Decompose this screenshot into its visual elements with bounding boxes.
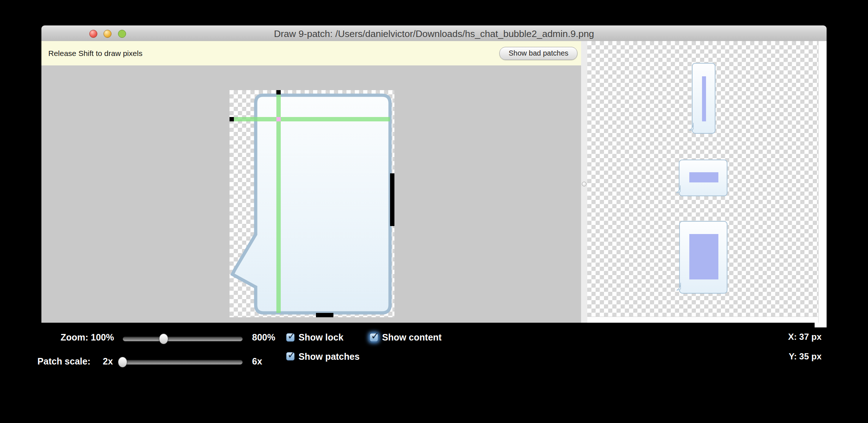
show-lock-label: Show lock [299,332,344,343]
bubble-tail-icon [676,185,681,194]
padding-mark-right [390,173,394,226]
preview-stretched-both [679,221,727,294]
stretch-guide-horizontal [234,117,390,121]
preview-stretched-vertical [692,63,715,134]
show-content-checkbox[interactable] [370,333,378,342]
chat-bubble-image [230,90,394,317]
show-lock-checkbox[interactable] [286,333,295,342]
zoom-slider-thumb[interactable] [159,334,168,344]
cursor-x-readout: X: 37 px [788,332,822,342]
patch-scale-slider-thumb[interactable] [118,357,127,367]
patch-mark-top [276,90,281,94]
patch-mark-left [230,117,234,121]
draw9patch-window: Draw 9-patch: /Users/danielvictor/Downlo… [41,25,827,323]
show-content-label: Show content [382,332,442,343]
nine-patch-image[interactable] [230,90,394,317]
lock-pixel [276,117,281,121]
title-bar[interactable]: Draw 9-patch: /Users/danielvictor/Downlo… [41,25,827,41]
preview-content-area [689,234,718,279]
editor-canvas[interactable] [41,65,581,323]
padding-mark-bottom [316,313,333,317]
notification-message: Release Shift to draw pixels [48,41,142,65]
collapse-handle[interactable] [582,182,587,186]
patch-scale-slider[interactable] [118,360,243,364]
preview-scrollbar[interactable] [818,41,827,323]
scroll-corner [815,323,827,327]
preview-content-area [689,172,718,182]
cursor-y-readout: Y: 35 px [789,351,822,362]
preview-panel [581,41,827,323]
zoom-value: 100% [91,332,114,342]
zoom-label-text: Zoom: [61,332,88,342]
notification-bar: Release Shift to draw pixels Show bad pa… [41,41,581,65]
zoom-slider[interactable] [123,337,243,341]
show-patches-label: Show patches [299,351,360,362]
desktop-background: { "window": { "title": "Draw 9-patch: /U… [0,0,868,423]
zoom-max-label: 800% [252,332,275,343]
bubble-tail-icon [676,282,681,291]
zoom-label: Zoom: 100% [22,332,114,343]
preview-stretched-horizontal [679,160,727,196]
patch-scale-value: 2x [103,356,113,367]
show-bad-patches-button[interactable]: Show bad patches [499,47,577,60]
window-title: Draw 9-patch: /Users/danielvictor/Downlo… [41,28,827,40]
preview-footer [587,317,818,323]
preview-content-area [702,76,706,121]
show-patches-checkbox[interactable] [286,352,295,360]
bubble-tail-icon [689,122,694,131]
stretch-guide-vertical [276,95,281,313]
split-divider[interactable] [581,41,587,323]
patch-scale-max-label: 6x [252,356,262,367]
patch-scale-label: Patch scale: [15,356,90,367]
